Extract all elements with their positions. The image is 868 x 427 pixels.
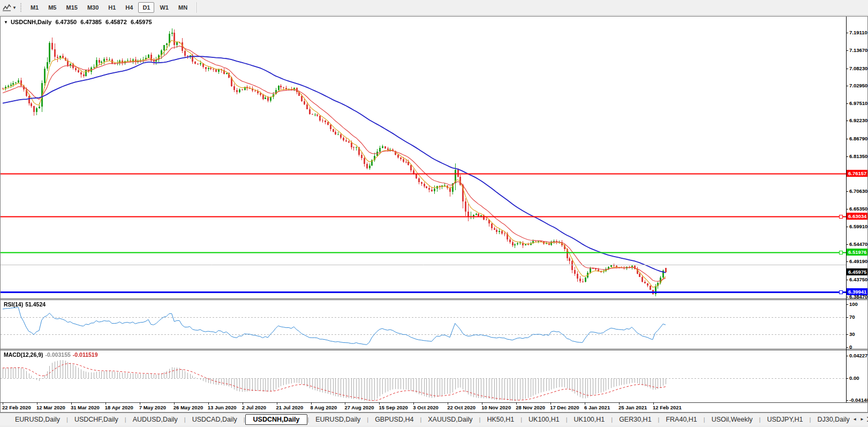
date-tick-label: 26 May 2020 [173,404,203,410]
price-axis-line [846,17,847,402]
chevron-down-icon[interactable]: ▼ [12,5,17,10]
price-tick-mark [846,156,848,157]
date-tick-label: 22 Feb 2020 [2,404,31,410]
price-tick-mark [846,103,848,104]
timeframe-button-w1[interactable]: W1 [155,2,173,13]
price-tick-mark [846,33,848,33]
macd-main-value: -0.003155 [46,351,71,358]
chart-tab-bar: EURUSD,Daily|USDCHF,Daily|AUDUSD,Daily|U… [0,413,868,425]
chart-tab-uk100-h1[interactable]: UK100,H1 [568,415,612,424]
main-price-chart-canvas[interactable] [1,17,846,298]
rsi-tick-mark [846,334,848,335]
price-tick-label: 6.70630 [849,188,868,195]
chart-tab-ger30-h1[interactable]: GER30,H1 [613,415,658,424]
macd-tick-label: 0.042275 [849,353,868,359]
date-tick-label: 6 Jan 2021 [584,404,610,410]
timeframe-button-h1[interactable]: H1 [104,2,120,13]
price-tick-label: 7.13670 [849,47,868,54]
price-tick-mark [846,69,848,69]
timeframe-button-m15[interactable]: M15 [62,2,81,13]
chart-tab-usdcad-daily[interactable]: USDCAD,Daily [186,415,244,424]
price-tick-mark [846,297,848,297]
price-tick-label: 6.54470 [849,241,868,248]
timeframe-button-m1[interactable]: M1 [26,2,43,13]
price-tick-label: 6.92230 [849,117,868,124]
tab-scroll-arrows: ◄ ► [850,413,867,425]
timeframe-button-h4[interactable]: H4 [121,2,137,13]
chart-tab-usdcnh-daily[interactable]: USDCNH,Daily [245,414,308,425]
macd-indicator-canvas[interactable] [1,350,846,402]
price-tick-mark [846,209,848,209]
price-level-flag: 6.39941 [847,288,868,295]
chart-tab-uk100-h1[interactable]: UK100,H1 [522,415,566,424]
chart-tab-usdchf-daily[interactable]: USDCHF,Daily [68,415,125,424]
chart-tab-usdjpy-h1[interactable]: USDJPY,H1 [760,415,809,424]
toolbar-grip[interactable] [20,3,22,12]
chart-tab-eurusd-daily[interactable]: EURUSD,Daily [9,415,66,424]
timeframe-button-row: M1M5M15M30H1H4D1W1MN [26,0,192,15]
date-tick-label: 13 Jun 2020 [208,404,237,410]
ohlc-high: 6.47385 [80,19,102,25]
ohlc-open: 6.47350 [55,19,77,25]
chart-tab-usoil-weekly[interactable]: USOil,Weekly [705,415,759,424]
date-tick-label: 12 Feb 2021 [653,404,682,410]
price-tick-label: 6.49190 [849,258,868,265]
price-tick-label: 7.19110 [849,29,868,36]
rsi-value: 51.4524 [25,301,46,308]
chart-tab-audusd-daily[interactable]: AUDUSD,Daily [126,415,184,424]
macd-tick-mark [846,356,848,356]
price-tick-mark [846,227,848,227]
date-tick-label: 18 Apr 2020 [105,404,133,410]
ohlc-low: 6.45872 [105,19,127,25]
price-tick-mark [846,86,848,86]
date-tick-label: 27 Aug 2020 [344,404,374,410]
price-tick-mark [846,139,848,139]
macd-signal-value: -0.011519 [73,351,98,358]
date-axis[interactable]: 22 Feb 202012 Mar 202031 Mar 202018 Apr … [1,402,868,413]
macd-tick-label: -0.04148 [849,397,868,404]
date-tick-label: 10 Nov 2020 [481,404,511,410]
chart-tab-eurusd-daily[interactable]: EURUSD,Daily [309,415,367,424]
scroll-right-icon[interactable]: ► [858,416,866,423]
timeframe-button-m30[interactable]: M30 [83,2,103,13]
draw-cursor-icon[interactable] [2,3,12,12]
chart-tab-xauusd-daily[interactable]: XAUUSD,Daily [421,415,479,424]
chart-tab-hk50-h1[interactable]: HK50,H1 [480,415,520,424]
macd-tick-label: 0.00 [849,375,868,382]
chart-title: ▼USDCNH,Daily 6.47350 6.47385 6.45872 6.… [4,19,154,25]
date-tick-label: 25 Jan 2021 [618,404,647,410]
macd-tick-mark [846,378,848,379]
price-tick-mark [846,50,848,51]
chart-tab-gbpusd-h4[interactable]: GBPUSD,H4 [368,415,420,424]
date-tick-label: 28 Nov 2020 [516,404,545,410]
date-tick-label: 22 Oct 2020 [447,404,475,410]
price-tick-label: 7.08230 [849,65,868,72]
triangle-down-icon[interactable]: ▼ [4,20,8,25]
date-tick-label: 7 May 2020 [139,404,166,410]
price-tick-label: 6.59910 [849,223,868,230]
rsi-tick-mark [846,304,848,305]
macd-indicator-label: MACD(12,26,9)-0.003155-0.011519 [4,351,98,358]
timeframe-button-mn[interactable]: MN [174,2,192,13]
scroll-left-icon[interactable]: ◄ [851,416,858,423]
date-tick-label: 3 Oct 2020 [413,404,439,410]
rsi-tick-label: 30 [849,331,868,338]
price-tick-mark [846,261,848,262]
rsi-indicator-canvas[interactable] [1,300,846,349]
price-tick-mark [846,121,848,121]
macd-tick-mark [846,400,848,401]
price-tick-mark [846,191,848,192]
price-level-flag: 6.51976 [847,249,868,256]
price-tick-label: 6.97510 [849,100,868,107]
price-level-flag: 6.45975 [847,268,868,275]
date-tick-label: 17 Dec 2020 [550,404,579,410]
price-tick-mark [846,280,848,280]
price-tick-label: 6.86790 [849,136,868,143]
timeframe-button-m5[interactable]: M5 [44,2,61,13]
timeframe-button-d1[interactable]: D1 [138,2,154,13]
rsi-tick-mark [846,347,848,348]
pane-splitter-macd[interactable] [1,349,868,350]
chart-tab-fra40-h1[interactable]: FRA40,H1 [659,415,703,424]
rsi-tick-label: 0 [849,344,868,351]
pane-splitter-rsi[interactable] [1,298,868,300]
